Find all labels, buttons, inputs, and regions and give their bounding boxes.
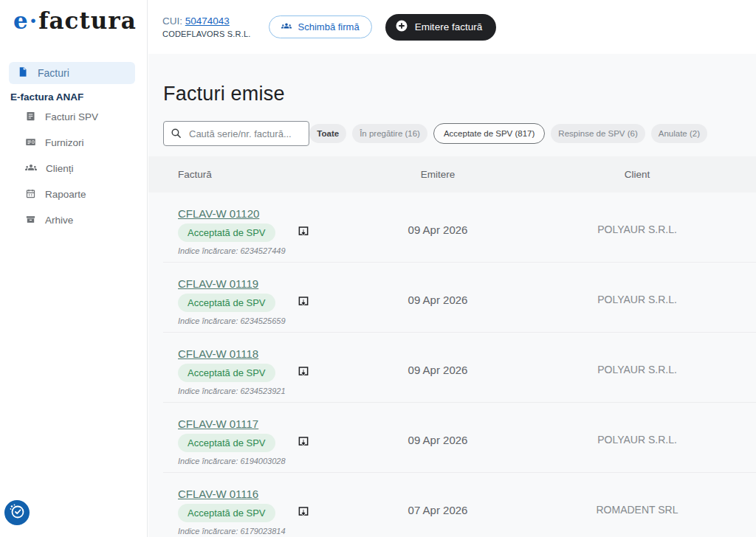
- sidebar: e·factura Facturi E-factura ANAF Facturi…: [0, 0, 148, 537]
- issue-date: 09 Apr 2026: [408, 294, 468, 306]
- download-invoice-icon[interactable]: [296, 505, 311, 519]
- download-invoice-icon[interactable]: [296, 294, 311, 309]
- client-name: POLYAUR S.R.L.: [597, 434, 677, 446]
- filter-chips: Toate În pregătire (16) Acceptate de SPV…: [309, 123, 707, 144]
- supplier-card-icon: [25, 136, 36, 150]
- filter-toate[interactable]: Toate: [309, 124, 346, 143]
- page-title: Facturi emise: [163, 83, 285, 105]
- search-icon: [170, 127, 182, 142]
- table-header: Factură Emitere Client: [148, 156, 756, 193]
- invoice-link[interactable]: CFLAV-W 01118: [178, 347, 258, 360]
- filter-acceptate-spv[interactable]: Acceptate de SPV (817): [433, 123, 545, 144]
- client-name: POLYAUR S.R.L.: [597, 364, 677, 375]
- issue-date: 07 Apr 2026: [408, 504, 468, 516]
- table-row: CFLAV-W 01116 Acceptată de SPV Indice în…: [163, 473, 756, 537]
- main-content: Facturi emise Toate În pregătire (16) Ac…: [148, 54, 756, 537]
- client-name: ROMADENT SRL: [597, 504, 678, 516]
- table-row: CFLAV-W 01117 Acceptată de SPV Indice în…: [163, 403, 756, 473]
- column-header-client: Client: [625, 156, 650, 193]
- clock-check-icon: [8, 502, 26, 523]
- sidebar-item-arhive[interactable]: Arhive: [0, 207, 147, 233]
- company-name: CODEFLAVORS S.R.L.: [162, 30, 251, 38]
- invoice-list: CFLAV-W 01120 Acceptată de SPV Indice în…: [163, 193, 756, 537]
- download-invoice-icon[interactable]: [296, 364, 311, 379]
- emit-invoice-button[interactable]: Emitere factură: [385, 14, 497, 41]
- company-block: CUI: 50474043 CODEFLAVORS S.R.L.: [162, 15, 251, 38]
- cui-label: CUI:: [162, 15, 182, 27]
- upload-index: Indice încărcare: 6179023814: [178, 527, 286, 536]
- cui-link[interactable]: 50474043: [185, 15, 230, 27]
- filter-in-pregatire[interactable]: În pregătire (16): [352, 124, 427, 143]
- sidebar-item-furnizori[interactable]: Furnizori: [0, 130, 147, 156]
- calendar-icon: [25, 188, 36, 201]
- logo-e: e: [13, 7, 29, 34]
- status-line: Acceptată de SPV: [178, 434, 275, 452]
- table-row: CFLAV-W 01120 Acceptată de SPV Indice în…: [163, 193, 756, 263]
- controls-row: Toate În pregătire (16) Acceptate de SPV…: [163, 121, 707, 146]
- upload-index: Indice încărcare: 6234527449: [178, 246, 286, 255]
- download-invoice-icon[interactable]: [296, 224, 311, 239]
- change-company-label: Schimbă firmă: [298, 21, 360, 32]
- status-line: Acceptată de SPV: [178, 294, 275, 312]
- sidebar-item-label: Arhive: [45, 215, 73, 226]
- sidebar-item-label: Facturi: [38, 67, 69, 79]
- sidebar-item-label: Facturi SPV: [45, 111, 98, 122]
- sidebar-item-label: Rapoarte: [45, 189, 86, 200]
- status-badge: Acceptată de SPV: [178, 434, 275, 452]
- people-icon: [25, 162, 37, 176]
- document-icon: [25, 111, 36, 124]
- upload-index: Indice încărcare: 6234525659: [178, 316, 286, 325]
- sidebar-item-facturi-spv[interactable]: Facturi SPV: [0, 104, 147, 130]
- search-input[interactable]: [163, 121, 309, 146]
- client-name: POLYAUR S.R.L.: [597, 224, 677, 235]
- download-invoice-icon[interactable]: [296, 434, 311, 449]
- plus-circle-icon: [395, 19, 408, 35]
- issue-date: 09 Apr 2026: [408, 364, 468, 376]
- app-logo[interactable]: e·factura: [13, 7, 137, 34]
- sidebar-section-anaf: E-factura ANAF: [10, 91, 83, 103]
- archive-icon: [25, 214, 36, 227]
- status-badge: Acceptată de SPV: [178, 294, 275, 312]
- client-name: POLYAUR S.R.L.: [597, 294, 677, 305]
- status-line: Acceptată de SPV: [178, 364, 275, 382]
- table-row: CFLAV-W 01119 Acceptată de SPV Indice în…: [163, 263, 756, 333]
- topbar: CUI: 50474043 CODEFLAVORS S.R.L. Schimbă…: [148, 0, 756, 54]
- company-people-icon: [281, 21, 292, 33]
- upload-index: Indice încărcare: 6234523921: [178, 387, 286, 395]
- sidebar-item-label: Clienți: [46, 163, 74, 174]
- column-header-emitere: Emitere: [421, 156, 456, 193]
- sidebar-item-facturi[interactable]: Facturi: [9, 62, 135, 84]
- assistant-widget-button[interactable]: [4, 500, 30, 525]
- invoice-link[interactable]: CFLAV-W 01120: [178, 207, 259, 220]
- sidebar-item-rapoarte[interactable]: Rapoarte: [0, 181, 147, 207]
- logo-text: factura: [38, 7, 137, 34]
- sidebar-item-clienti[interactable]: Clienți: [0, 156, 147, 181]
- cui-line: CUI: 50474043: [162, 15, 251, 27]
- table-row: CFLAV-W 01118 Acceptată de SPV Indice în…: [163, 333, 756, 403]
- app-window: e·factura Facturi E-factura ANAF Facturi…: [0, 0, 756, 537]
- column-header-factura: Factură: [178, 156, 212, 193]
- upload-index: Indice încărcare: 6194003028: [178, 457, 286, 465]
- change-company-button[interactable]: Schimbă firmă: [269, 15, 372, 38]
- status-line: Acceptată de SPV: [178, 224, 275, 242]
- filter-anulate[interactable]: Anulate (2): [651, 124, 707, 143]
- sidebar-item-label: Furnizori: [45, 137, 84, 148]
- emit-invoice-label: Emitere factură: [415, 21, 483, 32]
- invoice-icon: [17, 66, 28, 80]
- search-box: [163, 121, 309, 146]
- logo-dot: ·: [30, 8, 38, 34]
- status-line: Acceptată de SPV: [178, 504, 275, 522]
- status-badge: Acceptată de SPV: [178, 224, 275, 242]
- issue-date: 09 Apr 2026: [408, 224, 468, 236]
- status-badge: Acceptată de SPV: [178, 504, 275, 522]
- issue-date: 09 Apr 2026: [408, 434, 468, 446]
- status-badge: Acceptată de SPV: [178, 364, 275, 382]
- sidebar-nav: Facturi SPV Furnizori Clienți Rapoarte: [0, 104, 147, 233]
- filter-respinse-spv[interactable]: Respinse de SPV (6): [551, 124, 645, 143]
- invoice-link[interactable]: CFLAV-W 01117: [178, 418, 258, 430]
- invoice-link[interactable]: CFLAV-W 01116: [178, 488, 258, 500]
- invoice-link[interactable]: CFLAV-W 01119: [178, 277, 258, 290]
